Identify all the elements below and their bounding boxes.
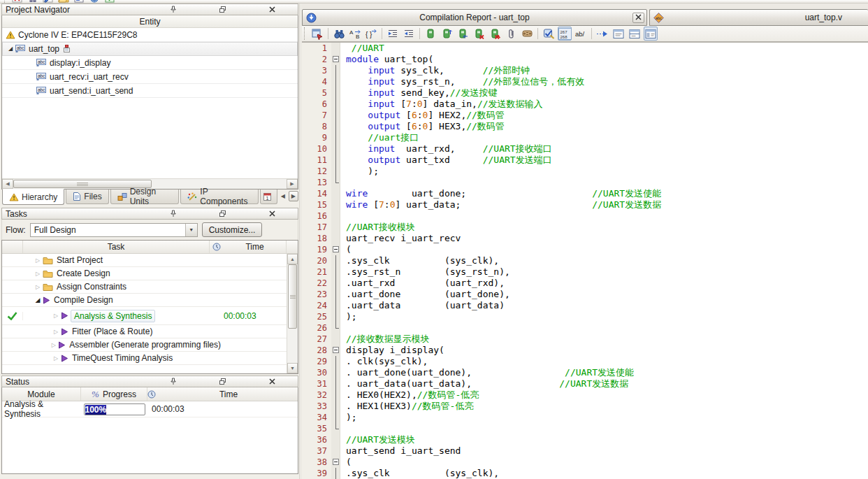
code-text[interactable]: .uart_data (uart_data): [340, 300, 505, 311]
tree-item-device[interactable]: Cyclone IV E: EP4CE115F29C8: [2, 28, 298, 42]
expand-arrow-icon[interactable]: ▷: [33, 284, 43, 290]
bookmark-icon[interactable]: [424, 27, 437, 41]
task-row-analysis-synthesis[interactable]: ▷Analysis & Synthesis00:00:03: [2, 307, 298, 325]
task-row-assign-constraints[interactable]: ▷Assign Constraints: [2, 280, 298, 294]
code-text[interactable]: .uart_rxd (uart_rxd),: [340, 278, 505, 289]
tree-item-uart-send-i-uart-send[interactable]: abcuart_send:i_uart_send: [2, 84, 298, 98]
find-icon[interactable]: [332, 27, 346, 41]
code-text[interactable]: );: [340, 412, 357, 423]
code-text[interactable]: //UART发送模块: [340, 434, 415, 445]
comment-icon[interactable]: ab/: [574, 27, 588, 41]
pane-single-icon[interactable]: [612, 27, 625, 41]
close-icon[interactable]: [249, 210, 295, 218]
compilation-report-window-titlebar[interactable]: Compilation Report - uart_top: [302, 9, 647, 26]
code-text[interactable]: wire [7:0] uart_data; //UART发送数据: [340, 199, 661, 210]
code-text[interactable]: output uart_txd //UART发送端口: [340, 155, 552, 166]
code-text[interactable]: [340, 177, 346, 188]
scrollbar-thumb[interactable]: [288, 264, 297, 329]
tab-design-units[interactable]: Design Units: [110, 190, 180, 204]
spellcheck-icon[interactable]: [542, 27, 556, 41]
folder-open-icon[interactable]: [57, 0, 70, 3]
code-text[interactable]: output [6:0] HEX2,//数码管: [340, 110, 505, 121]
fold-margin[interactable]: [331, 244, 340, 255]
code-text[interactable]: module uart_top(: [340, 54, 433, 65]
pin-icon[interactable]: [150, 6, 196, 14]
tree-item-uart-top[interactable]: ◢abcuart_top: [2, 42, 298, 56]
bookmark-next-icon[interactable]: [440, 27, 454, 41]
code-text[interactable]: input uart_rxd, //UART接收端口: [340, 143, 552, 155]
tabs-scroll-left-icon[interactable]: ◀: [279, 192, 287, 201]
code-text[interactable]: input sys_rst_n, //外部复位信号，低有效: [340, 76, 584, 87]
pane-split-icon[interactable]: [628, 27, 642, 41]
code-text[interactable]: . uart_done(uart_done), //UART发送使能: [340, 367, 634, 378]
code-text[interactable]: . uart_data(uart_data), //UART发送数据: [340, 378, 628, 389]
scroll-right-icon[interactable]: ▶: [287, 179, 298, 189]
tab-hierarchy[interactable]: Hierarchy: [2, 189, 64, 205]
close-icon[interactable]: [249, 378, 295, 386]
pane-list-icon[interactable]: [644, 27, 658, 41]
close-icon[interactable]: [249, 6, 295, 14]
tab-files[interactable]: Files: [66, 190, 108, 204]
vertical-scrollbar[interactable]: ▲ ▼: [287, 254, 298, 373]
tab-more[interactable]: 1: [260, 190, 277, 204]
float-icon[interactable]: [200, 210, 246, 218]
bookmark-prev-icon[interactable]: [456, 27, 470, 41]
code-text[interactable]: [340, 210, 346, 222]
task-column-header[interactable]: Task: [23, 241, 210, 253]
edit-icon[interactable]: [42, 0, 55, 3]
code-text[interactable]: . HEX1(HEX3)//数码管-低亮: [340, 401, 473, 412]
line-numbers-icon[interactable]: 267268: [558, 27, 572, 41]
task-row-start-project[interactable]: ▷Start Project: [2, 254, 298, 267]
code-text[interactable]: (: [340, 244, 352, 255]
check-box-icon[interactable]: [103, 0, 116, 3]
report-icon[interactable]: [73, 0, 85, 3]
expand-arrow-icon[interactable]: ▷: [51, 355, 61, 362]
scroll-left-icon[interactable]: ◀: [2, 179, 13, 189]
replace-icon[interactable]: AB: [348, 27, 362, 41]
code-text[interactable]: );: [340, 311, 357, 322]
progress-column-header[interactable]: Progress: [103, 389, 136, 399]
code-text[interactable]: [340, 322, 346, 334]
code-text[interactable]: .sys_rst_n (sys_rst_n),: [340, 266, 510, 278]
code-text[interactable]: //uart接口: [340, 132, 419, 143]
code-text[interactable]: (: [340, 457, 352, 468]
scroll-down-icon[interactable]: ▼: [287, 363, 298, 373]
code-text[interactable]: //UART: [340, 43, 384, 54]
globe-icon[interactable]: [88, 0, 101, 3]
code-text[interactable]: display i_display(: [340, 345, 444, 356]
code-text[interactable]: . HEX0(HEX2),//数码管-低亮: [340, 389, 479, 401]
expand-arrow-icon[interactable]: ▷: [51, 313, 61, 319]
code-text[interactable]: .sys_clk (sys_clk),: [340, 468, 499, 479]
fold-margin[interactable]: [331, 54, 340, 65]
pin-icon[interactable]: [150, 210, 196, 218]
unindent-icon[interactable]: [402, 27, 416, 41]
code-editor[interactable]: 1 //UART2module uart_top(3 input sys_clk…: [302, 43, 868, 479]
code-text[interactable]: output [6:0] HEX3,//数码管: [340, 121, 505, 132]
task-row-timequest-timing-analysis[interactable]: ▷TimeQuest Timing Analysis: [2, 352, 298, 365]
paperclip-icon[interactable]: [504, 27, 518, 41]
expand-arrow-icon[interactable]: ▷: [33, 271, 43, 277]
tabs-scroll-right-icon[interactable]: ▶: [289, 191, 298, 201]
customize-button[interactable]: Customize...: [202, 222, 263, 237]
code-text[interactable]: //UART接收模块: [340, 222, 415, 233]
bookmark-clear-all-icon[interactable]: [488, 27, 502, 41]
pin-icon[interactable]: [150, 378, 196, 386]
code-text[interactable]: uart_send i_uart_send: [340, 445, 461, 457]
float-icon[interactable]: [200, 378, 246, 386]
editor-settings-icon[interactable]: [310, 27, 324, 41]
time-column-header[interactable]: Time: [159, 389, 298, 399]
code-text[interactable]: input send_key,//发送按键: [340, 87, 497, 99]
time-column-header[interactable]: Time: [224, 242, 286, 252]
code-text[interactable]: [340, 423, 346, 434]
task-row-create-design[interactable]: ▷Create Design: [2, 267, 298, 280]
expand-arrow-icon[interactable]: ▷: [49, 342, 58, 348]
code-text[interactable]: .uart_done (uart_done),: [340, 289, 510, 300]
flow-select[interactable]: Full Design ▼: [30, 223, 198, 237]
expand-arrow-icon[interactable]: ▷: [33, 257, 43, 264]
code-text[interactable]: );: [340, 166, 379, 177]
file-window-titlebar[interactable]: abc uart_top.v: [649, 9, 868, 26]
task-row-compile-design[interactable]: ◢Compile Design: [2, 294, 298, 307]
code-text[interactable]: input sys_clk, //外部时钟: [340, 65, 530, 76]
tree-item-uart-recv-i-uart-recv[interactable]: abcuart_recv:i_uart_recv: [2, 70, 298, 84]
bookmark-clear-icon[interactable]: [472, 27, 486, 41]
